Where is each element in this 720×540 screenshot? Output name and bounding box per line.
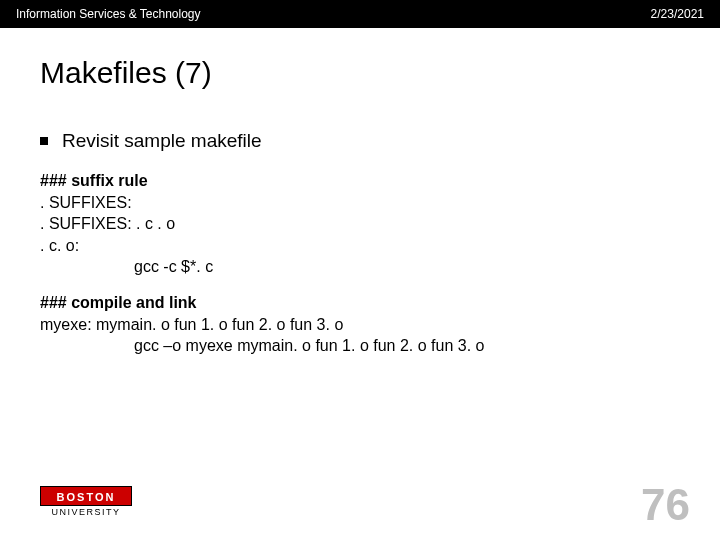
code-line: myexe: mymain. o fun 1. o fun 2. o fun 3…: [40, 314, 720, 336]
header-bar: Information Services & Technology 2/23/2…: [0, 0, 720, 28]
code-line: . c. o:: [40, 235, 720, 257]
code-line: gcc –o myexe mymain. o fun 1. o fun 2. o…: [40, 335, 720, 357]
logo-top-text: BOSTON: [40, 486, 132, 506]
bullet-item: Revisit sample makefile: [40, 130, 720, 152]
code-spacer: [40, 278, 720, 292]
page-number: 76: [641, 480, 690, 530]
code-line: gcc -c $*. c: [40, 256, 720, 278]
bullet-square-icon: [40, 137, 48, 145]
code-indent-text: gcc –o myexe mymain. o fun 1. o fun 2. o…: [40, 335, 484, 357]
boston-university-logo: BOSTON UNIVERSITY: [40, 486, 132, 518]
header-date: 2/23/2021: [651, 7, 704, 21]
header-left: Information Services & Technology: [16, 7, 201, 21]
code-block: ### suffix rule . SUFFIXES: . SUFFIXES: …: [40, 170, 720, 357]
code-line: . SUFFIXES:: [40, 192, 720, 214]
slide-title: Makefiles (7): [40, 56, 720, 90]
code-line: ### suffix rule: [40, 170, 720, 192]
logo-bottom-text: UNIVERSITY: [40, 507, 132, 517]
code-line: ### compile and link: [40, 292, 720, 314]
code-line: . SUFFIXES: . c . o: [40, 213, 720, 235]
slide-content: Revisit sample makefile ### suffix rule …: [40, 130, 720, 357]
code-indent-text: gcc -c $*. c: [40, 256, 213, 278]
bullet-text: Revisit sample makefile: [62, 130, 262, 152]
